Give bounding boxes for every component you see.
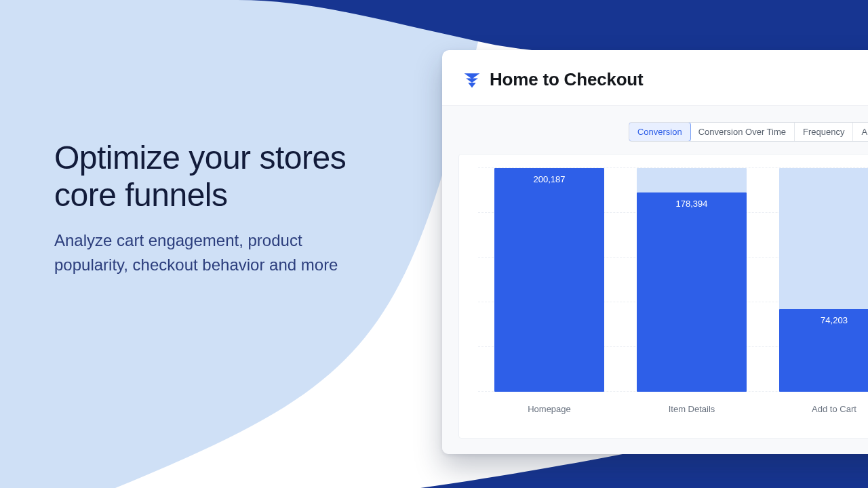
chart-xaxis-label: Item Details	[620, 404, 763, 414]
chart-area: 200,187178,39474,203	[478, 168, 868, 392]
tab-conversion[interactable]: Conversion	[629, 122, 691, 142]
view-tabs: Conversion Conversion Over Time Frequenc…	[629, 122, 868, 142]
tab-ab-test[interactable]: AB Test	[853, 123, 868, 141]
card-title: Home to Checkout	[490, 69, 643, 90]
svg-marker-2	[468, 83, 475, 87]
chart-bar-value: 74,203	[763, 315, 868, 325]
chart-bar	[637, 192, 747, 392]
analytics-card: Home to Checkout Conversion Conversion O…	[442, 50, 868, 454]
marketing-copy: Optimize your stores core funnels Analyz…	[54, 139, 393, 277]
card-header: Home to Checkout	[442, 50, 868, 106]
chart-bar-value: 178,394	[620, 199, 763, 209]
chart-column: 200,187	[478, 168, 620, 392]
chart-bar-value: 200,187	[478, 174, 620, 184]
chart-panel: 200,187178,39474,203 HomepageItem Detail…	[458, 154, 868, 439]
subheadline: Analyze cart engagement, product popular…	[54, 228, 346, 277]
tab-conversion-over-time[interactable]: Conversion Over Time	[690, 123, 795, 141]
chart-xaxis: HomepageItem DetailsAdd to Cart	[478, 404, 868, 414]
svg-marker-0	[465, 73, 480, 79]
chart-column: 178,394	[620, 168, 763, 392]
chart-xaxis-label: Homepage	[478, 404, 620, 414]
card-body: Conversion Conversion Over Time Frequenc…	[442, 106, 868, 454]
chart-xaxis-label: Add to Cart	[763, 404, 868, 414]
chart-column: 74,203	[763, 168, 868, 392]
tab-frequency[interactable]: Frequency	[795, 123, 853, 141]
funnel-logo-icon	[462, 70, 481, 89]
svg-marker-1	[466, 78, 478, 83]
chart-bar	[494, 168, 604, 392]
stage: Optimize your stores core funnels Analyz…	[0, 0, 868, 488]
headline: Optimize your stores core funnels	[54, 139, 393, 214]
tabs-row: Conversion Conversion Over Time Frequenc…	[458, 122, 868, 142]
